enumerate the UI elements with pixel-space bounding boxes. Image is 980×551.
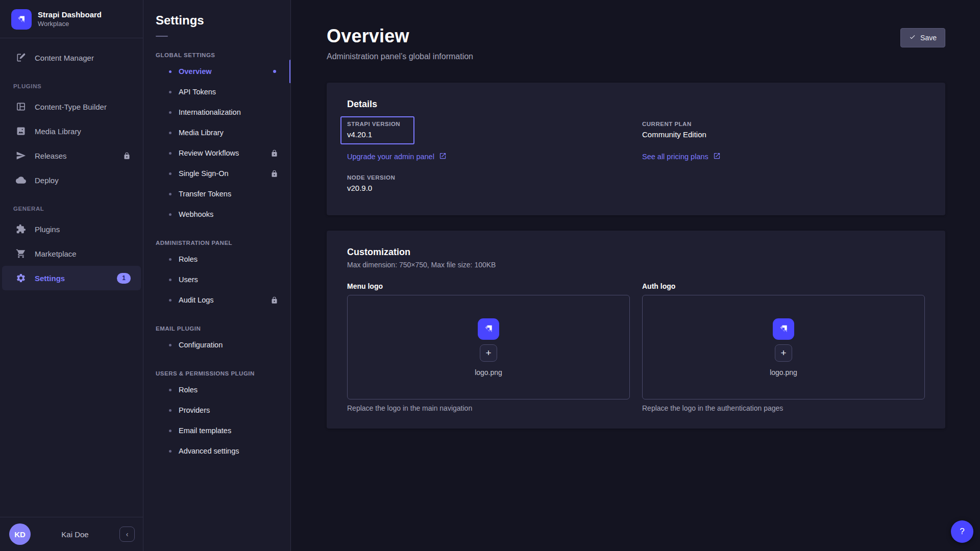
subnav-item-email-templates[interactable]: Email templates [156, 420, 278, 441]
pricing-plans-link[interactable]: See all pricing plans [642, 152, 721, 161]
plus-icon: + [780, 348, 786, 358]
subnav-item-api-tokens[interactable]: API Tokens [156, 82, 278, 102]
bullet-icon [169, 299, 172, 302]
user-avatar[interactable]: KD [9, 523, 31, 545]
upload-label: Auth logo [642, 282, 925, 290]
link-label: See all pricing plans [642, 153, 708, 161]
bullet-icon [169, 70, 172, 73]
bullet-icon [169, 279, 172, 281]
subnav-item-overview[interactable]: Overview [156, 61, 278, 82]
page-title: Overview [327, 26, 473, 47]
workspace-switcher[interactable]: Strapi Dashboard Workplace [0, 0, 143, 38]
add-menu-logo-button[interactable]: + [480, 344, 497, 362]
subnav-item-label: Providers [179, 406, 210, 414]
customization-card-subtitle: Max dimension: 750×750, Max file size: 1… [347, 261, 925, 269]
subnav-item-label: Advanced settings [179, 447, 239, 455]
upload-filename: logo.png [475, 368, 502, 377]
sidebar-item-deploy[interactable]: Deploy [2, 168, 141, 192]
auth-logo-dropzone[interactable]: + logo.png [642, 295, 925, 399]
sidebar-item-content-manager[interactable]: Content Manager [2, 45, 141, 70]
subnav-item-webhooks[interactable]: Webhooks [156, 204, 278, 224]
subnav-item-label: Review Workflows [179, 149, 239, 157]
bullet-icon [169, 132, 172, 134]
subnav-item-label: Configuration [179, 341, 223, 349]
subnav-item-label: Media Library [179, 129, 224, 137]
upload-hint: Replace the logo in the authentication p… [642, 404, 925, 412]
cloud-icon [15, 174, 27, 186]
sidebar-footer: KD Kai Doe ‹ [0, 517, 143, 551]
subnav-item-internationalization[interactable]: Internationalization [156, 102, 278, 122]
main-sidebar: Strapi Dashboard Workplace Content Manag… [0, 0, 143, 551]
details-card: Details STRAPI VERSION v4.20.1 CURRENT P… [327, 83, 945, 215]
sidebar-item-releases[interactable]: Releases [2, 143, 141, 168]
subnav-item-label: Transfer Tokens [179, 190, 231, 198]
subnav-item-transfer-tokens[interactable]: Transfer Tokens [156, 184, 278, 204]
bullet-icon [169, 389, 172, 391]
sidebar-item-plugins[interactable]: Plugins [2, 217, 141, 241]
field-value: v4.20.1 [347, 130, 400, 139]
sidebar-item-label: Media Library [35, 127, 81, 136]
save-button[interactable]: Save [900, 28, 945, 47]
upgrade-admin-panel-link[interactable]: Upgrade your admin panel [347, 152, 447, 161]
bullet-icon [169, 409, 172, 412]
subnav-item-label: Email templates [179, 427, 231, 435]
details-card-title: Details [347, 99, 925, 110]
strapi-logo-icon [11, 9, 32, 30]
check-icon [909, 34, 916, 42]
subnav-item-audit-logs[interactable]: Audit Logs [156, 290, 278, 310]
save-button-label: Save [920, 34, 937, 42]
sidebar-item-label: Content-Type Builder [35, 103, 107, 111]
strapi-logo-preview-icon [478, 318, 499, 340]
subnav-item-providers[interactable]: Providers [156, 400, 278, 420]
upload-hint: Replace the logo in the main navigation [347, 404, 630, 412]
bullet-icon [169, 344, 172, 346]
layout-icon [15, 101, 27, 112]
sidebar-item-content-type-builder[interactable]: Content-Type Builder [2, 94, 141, 119]
sidebar-item-label: Releases [35, 152, 67, 160]
subnav-section-administration-panel: ADMINISTRATION PANEL Roles Users Audit L… [156, 240, 278, 310]
subnav-item-configuration[interactable]: Configuration [156, 335, 278, 355]
subnav-item-label: Users [179, 276, 198, 284]
sidebar-item-marketplace[interactable]: Marketplace [2, 241, 141, 266]
field-label: STRAPI VERSION [347, 121, 400, 127]
bullet-icon [169, 258, 172, 261]
bullet-icon [169, 450, 172, 453]
subnav-item-label: Single Sign-On [179, 169, 229, 178]
collapse-sidebar-button[interactable]: ‹ [119, 527, 135, 542]
page-header: Overview Administration panel’s global i… [327, 26, 945, 61]
bullet-icon [169, 91, 172, 93]
lock-icon [271, 170, 278, 178]
subnav-item-label: Roles [179, 386, 198, 394]
subnav-item-advanced-settings[interactable]: Advanced settings [156, 441, 278, 461]
subnav-item-admin-roles[interactable]: Roles [156, 249, 278, 269]
app-root: Strapi Dashboard Workplace Content Manag… [0, 0, 980, 551]
lock-icon [271, 296, 278, 304]
notification-dot-icon [273, 70, 276, 73]
subnav-section-header: USERS & PERMISSIONS PLUGIN [156, 370, 278, 377]
page-subtitle: Administration panel’s global informatio… [327, 52, 473, 61]
link-label: Upgrade your admin panel [347, 153, 434, 161]
pen-icon [15, 52, 27, 63]
help-button[interactable]: ? [951, 520, 973, 543]
subnav-section-header: ADMINISTRATION PANEL [156, 240, 278, 246]
menu-logo-dropzone[interactable]: + logo.png [347, 295, 630, 399]
subnav-section-header: EMAIL PLUGIN [156, 325, 278, 332]
subnav-section-users-permissions: USERS & PERMISSIONS PLUGIN Roles Provide… [156, 370, 278, 461]
bullet-icon [169, 193, 172, 195]
sidebar-item-label: Marketplace [35, 249, 77, 258]
subnav-divider [156, 36, 168, 37]
subnav-section-header: GLOBAL SETTINGS [156, 52, 278, 58]
subnav-item-label: Overview [179, 67, 212, 76]
sidebar-item-settings[interactable]: Settings 1 [2, 266, 141, 290]
image-icon [15, 126, 27, 137]
external-link-icon [713, 152, 721, 161]
user-name: Kai Doe [36, 530, 114, 539]
add-auth-logo-button[interactable]: + [775, 344, 792, 362]
subnav-item-users[interactable]: Users [156, 269, 278, 290]
bullet-icon [169, 172, 172, 175]
sidebar-item-media-library[interactable]: Media Library [2, 119, 141, 143]
subnav-item-up-roles[interactable]: Roles [156, 380, 278, 400]
subnav-item-single-sign-on[interactable]: Single Sign-On [156, 163, 278, 184]
subnav-item-media-library[interactable]: Media Library [156, 122, 278, 143]
subnav-item-review-workflows[interactable]: Review Workflows [156, 143, 278, 163]
